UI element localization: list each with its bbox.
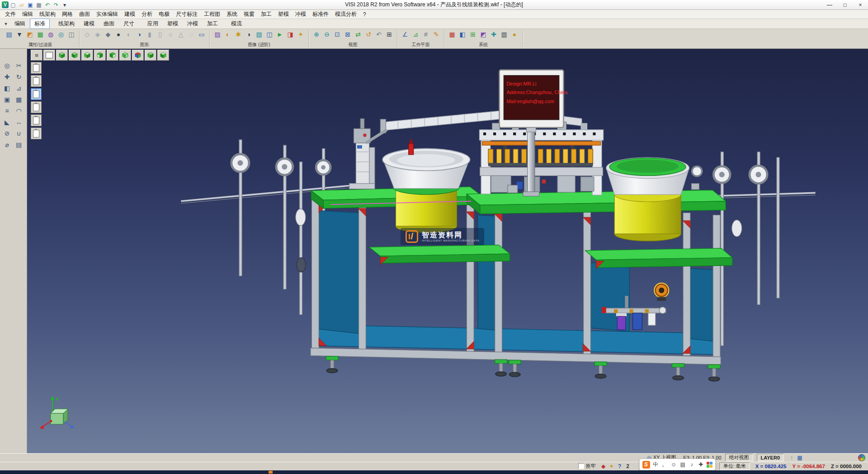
sphere-primitive-icon[interactable]: ○ <box>165 30 175 39</box>
tab-machining[interactable]: 加工 <box>203 19 222 29</box>
print-icon[interactable]: ▦ <box>35 1 43 9</box>
workplane-xy-icon[interactable]: ∠ <box>400 30 410 39</box>
mirror-icon[interactable]: ◧ <box>2 83 13 93</box>
machine-scene[interactable]: Design:MR.Li Address:Changzhou, China Ma… <box>27 49 868 453</box>
filter-icon[interactable]: ▼ <box>14 30 24 39</box>
display-monitor[interactable]: Design:MR.Li Address:Changzhou, China Ma… <box>499 70 568 132</box>
menu-mould[interactable]: 塑模 <box>275 10 292 19</box>
rotate-icon[interactable]: ↻ <box>14 72 24 82</box>
active-layer-box[interactable]: LAYER0 <box>757 454 784 461</box>
cylinder-primitive-icon[interactable]: ▮ <box>145 30 155 39</box>
background-icon[interactable]: ▧ <box>254 30 264 39</box>
layer-filter-icon[interactable]: ▦ <box>35 30 45 39</box>
vertical-slide-unit[interactable] <box>349 118 375 189</box>
menu-standard-parts[interactable]: 标准件 <box>309 10 332 19</box>
ime-keyboard-icon[interactable]: ▤ <box>679 461 686 468</box>
layer-up-icon[interactable]: ↑ <box>788 454 796 461</box>
menu-analysis[interactable]: 分析 <box>138 10 156 19</box>
cone-primitive-icon[interactable]: △ <box>176 30 186 39</box>
minimize-button[interactable]: — <box>822 0 837 9</box>
count-badge[interactable]: 2 <box>624 463 632 470</box>
properties-icon[interactable]: ▤ <box>4 30 14 39</box>
menu-machining[interactable]: 加工 <box>258 10 275 19</box>
extend-icon[interactable]: ↔ <box>14 117 24 127</box>
snap-icon[interactable]: ◎ <box>2 61 13 71</box>
previous-view-icon[interactable]: ↶ <box>374 30 384 39</box>
tab-dimension[interactable]: 尺寸 <box>119 19 139 29</box>
hidden-line-icon[interactable]: ◈ <box>93 30 103 39</box>
mask-icon[interactable]: ◫ <box>66 30 76 39</box>
maximize-button[interactable]: □ <box>837 0 853 9</box>
color-filter-icon[interactable]: ◩ <box>25 30 35 39</box>
help-badge-icon[interactable]: ? <box>616 463 624 470</box>
clipboard-slot-2[interactable] <box>31 75 42 87</box>
measure-icon[interactable]: ⌀ <box>2 140 13 150</box>
taskbar-app-icon[interactable] <box>269 471 273 474</box>
clipboard-slot-3[interactable] <box>31 88 42 100</box>
3d-viewport[interactable]: Design:MR.Li Address:Changzhou, China Ma… <box>27 49 868 453</box>
workplane-grid-icon[interactable]: # <box>421 30 431 39</box>
menu-dimension[interactable]: 尺寸标注 <box>173 10 201 19</box>
menu-help[interactable]: ? <box>360 11 369 18</box>
chamfer-icon[interactable]: ◣ <box>2 117 13 127</box>
tab-modeling[interactable]: 建模 <box>79 19 99 29</box>
layer-grid-icon[interactable]: ▦ <box>796 454 804 461</box>
tab-wireframe[interactable]: 线架构 <box>54 19 79 29</box>
multi-view-icon[interactable]: ⊞ <box>384 30 394 39</box>
shaded-mode-icon[interactable]: ◆ <box>103 30 113 39</box>
move-icon[interactable]: ✚ <box>2 72 13 82</box>
redo-icon[interactable]: ↷ <box>52 1 60 9</box>
ime-punctuation-icon[interactable]: 。 <box>661 461 668 469</box>
clipboard-slot-6[interactable] <box>31 128 42 139</box>
ime-language-icon[interactable]: 中 <box>652 461 659 469</box>
ime-mic-icon[interactable]: ♪ <box>689 461 695 468</box>
tab-surface[interactable]: 曲面 <box>99 19 119 29</box>
add-module-icon[interactable]: ✚ <box>489 30 499 39</box>
iso-view-button-1[interactable] <box>56 50 68 61</box>
ime-logo-icon[interactable]: S <box>642 461 650 469</box>
open-file-icon[interactable]: ▱ <box>18 1 26 9</box>
array-icon[interactable]: ▦ <box>14 95 24 104</box>
back-view-button[interactable] <box>119 50 131 61</box>
section-view-icon[interactable]: ◑ <box>134 30 144 39</box>
key-icon[interactable]: ✦ <box>608 463 616 470</box>
screen-config-icon[interactable]: ▥ <box>499 30 509 39</box>
quick-access-dropdown-icon[interactable]: ▾ <box>61 1 69 9</box>
info-icon[interactable]: ● <box>509 30 519 39</box>
clipboard-slot-5[interactable] <box>31 114 42 126</box>
menu-mesh[interactable]: 网格 <box>59 10 76 19</box>
menu-edit[interactable]: 编辑 <box>19 10 36 19</box>
central-press-unit[interactable] <box>479 122 603 196</box>
close-button[interactable]: × <box>853 0 868 9</box>
fillet-icon[interactable]: ◠ <box>14 106 24 116</box>
pan-view-icon[interactable]: ⇄ <box>353 30 363 39</box>
render-settings-icon[interactable]: ✦ <box>296 30 306 39</box>
clipboard-slot-1[interactable] <box>31 62 42 74</box>
ime-skin-icon[interactable] <box>707 462 712 468</box>
zoom-fit-icon[interactable]: ⊠ <box>343 30 353 39</box>
rotate-view-icon[interactable]: ↺ <box>363 30 373 39</box>
new-document-icon[interactable]: ▢ <box>9 1 17 9</box>
window-layout-icon[interactable]: ⊞ <box>468 30 478 39</box>
tab-dropdown-icon[interactable]: ▼ <box>2 20 10 28</box>
ime-emoji-icon[interactable]: ☺ <box>670 461 677 468</box>
transparency-icon[interactable]: ◐ <box>124 30 134 39</box>
view-menu-button[interactable]: ≡ <box>31 50 42 61</box>
orange-motor[interactable] <box>654 283 669 301</box>
box-primitive-icon[interactable]: ▯ <box>155 30 165 39</box>
join-icon[interactable]: ∪ <box>14 128 24 138</box>
iso-view-button-2[interactable] <box>69 50 80 61</box>
top-view-button[interactable] <box>81 50 93 61</box>
trim-icon[interactable]: ✂ <box>14 61 24 71</box>
menu-system[interactable]: 系统 <box>223 10 241 19</box>
torus-primitive-icon[interactable]: ◌ <box>186 30 196 39</box>
clipboard-slot-4[interactable] <box>31 101 42 113</box>
axono-view-button[interactable] <box>132 50 144 61</box>
zoom-out-icon[interactable]: ⊖ <box>322 30 332 39</box>
system-grid-icon[interactable]: ▦ <box>447 30 457 39</box>
menu-modeling[interactable]: 建模 <box>121 10 138 19</box>
workplane-edit-icon[interactable]: ✎ <box>431 30 441 39</box>
tab-progress[interactable]: 冲模 <box>183 19 203 29</box>
stereo-view-icon[interactable]: ◨ <box>285 30 295 39</box>
shield-icon[interactable]: ◆ <box>599 463 608 470</box>
